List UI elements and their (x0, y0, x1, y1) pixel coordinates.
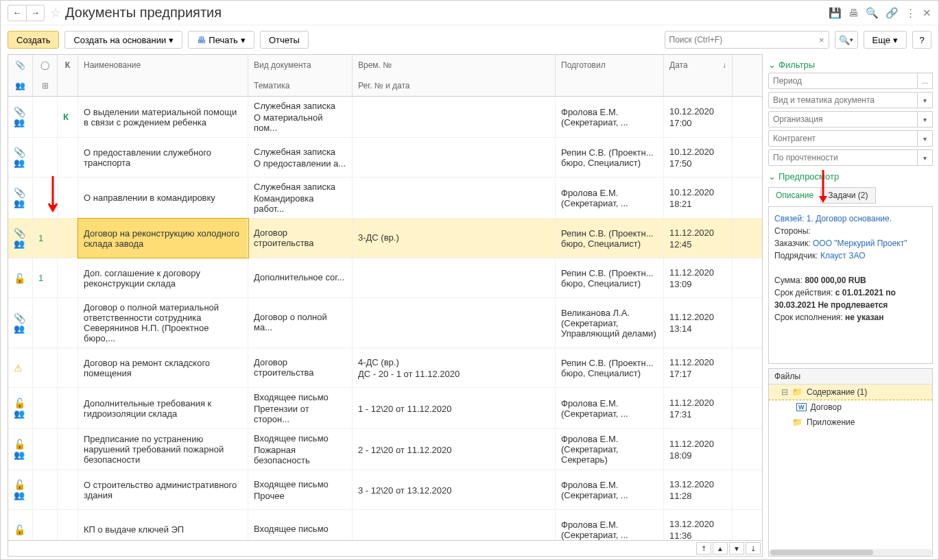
group-icon: 👥 (14, 117, 27, 127)
group-icon: 👥 (14, 198, 27, 208)
table-row[interactable]: 🔓👥Дополнительные требования к гидроизоля… (8, 388, 762, 429)
filter-kind-dd[interactable]: ▾ (918, 92, 933, 108)
search-dropdown-button[interactable]: 🔍 ▾ (835, 31, 858, 49)
filter-contr[interactable] (768, 130, 918, 147)
side-panel: ⌄Фильтры ... ▾ ▾ ▾ ▾ ⌄Предпросмотр Описа… (765, 54, 938, 559)
reports-button[interactable]: Отчеты (260, 31, 309, 49)
col-topic[interactable]: Тематика (248, 75, 353, 96)
tab-tasks[interactable]: Задачи (2) (821, 187, 875, 204)
search-clear-icon[interactable]: × (815, 35, 829, 45)
lock-icon: 🔓 (14, 524, 27, 535)
filter-org[interactable] (768, 111, 918, 127)
files-panel: Файлы ⊟📁Содержание (1) WДоговор 📁Приложе… (768, 368, 933, 557)
preview-links[interactable]: Связей: 1. Договор основание. (774, 214, 892, 223)
table-row[interactable]: 🔓👥Предписание по устранению нарушений тр… (8, 429, 762, 470)
group-icon: 👥 (14, 324, 27, 334)
help-button[interactable]: ? (912, 31, 931, 49)
clip-icon: 📎 (14, 147, 27, 158)
filter-read[interactable] (768, 149, 918, 166)
files-header: Файлы (769, 369, 932, 385)
col-author[interactable]: Подготовил (556, 55, 664, 75)
clip-icon: 📎 (14, 187, 27, 198)
table-row[interactable]: 🔓1Доп. соглашение к договору реконструкц… (8, 258, 762, 298)
table-row[interactable]: ⚠Договор на ремонт складского помещенияД… (8, 348, 762, 388)
clip-icon: 📎 (14, 313, 27, 324)
page-up-button[interactable]: ▲ (713, 542, 728, 555)
table-row[interactable]: 📎👥1Договор на реконструкцию холодного ск… (8, 219, 762, 258)
col-attach-icon[interactable]: 📎 (8, 55, 33, 75)
toolbar: Создать Создать на основании ▾ 🖶 Печать … (1, 25, 938, 54)
filter-kind[interactable] (768, 92, 918, 108)
table-row[interactable]: 🔓КП о выдаче ключей ЭПВходящее письмоФро… (8, 510, 762, 540)
save-icon[interactable]: 💾 (829, 7, 842, 19)
print-button[interactable]: 🖶 Печать ▾ (188, 31, 254, 49)
group-icon: 👥 (14, 409, 27, 419)
file-folder-content[interactable]: ⊟📁Содержание (1) (769, 385, 932, 400)
lock-icon: 🔓 (14, 439, 27, 450)
more-button[interactable]: Еще ▾ (864, 31, 907, 49)
filters-toggle[interactable]: ⌄Фильтры (768, 57, 933, 73)
documents-grid: 📎 ◯ К Наименование Вид документа Врем. №… (8, 54, 763, 557)
group-icon: 👥 (14, 490, 27, 500)
grid-body[interactable]: 📎👥КО выделении материальной помощи в свя… (8, 97, 762, 540)
grid-header: 📎 ◯ К Наименование Вид документа Врем. №… (8, 55, 762, 97)
preview-contractor[interactable]: Клауст ЗАО (820, 251, 866, 260)
group-icon: 👥 (14, 239, 27, 249)
create-based-button[interactable]: Создать на основании ▾ (64, 31, 182, 49)
favorite-icon[interactable]: ☆ (50, 5, 61, 21)
file-folder-attach[interactable]: 📁Приложение (769, 415, 932, 430)
preview-panel: Связей: 1. Договор основание. Стороны: З… (768, 206, 933, 364)
filter-period[interactable] (768, 73, 918, 89)
tab-description[interactable]: Описание (768, 187, 821, 204)
grid-pager: ⤒ ▲ ▼ ⤓ (8, 540, 762, 556)
group-icon: 👥 (14, 158, 27, 168)
table-row[interactable]: 📎👥О предоставлении служебного транспорта… (8, 138, 762, 178)
lock-icon: 🔓 (14, 479, 27, 490)
word-doc-icon: W (796, 403, 807, 411)
page-first-button[interactable]: ⤒ (696, 542, 711, 555)
warn-icon: ⚠ (14, 363, 27, 374)
preview-icon[interactable]: 🔍 (866, 7, 879, 19)
search-input[interactable] (665, 35, 815, 45)
col-date[interactable]: Дата↓ (664, 55, 733, 75)
col-group-icon[interactable]: 👥 (8, 75, 33, 96)
titlebar: ← → ☆ Документы предприятия 💾 🖶 🔍 🔗 ⋮ ✕ (1, 1, 938, 25)
nav-buttons: ← → (8, 5, 45, 21)
col-k[interactable]: К (58, 55, 78, 75)
col-doctype[interactable]: Вид документа (248, 55, 353, 75)
col-tempnum[interactable]: Врем. № (353, 55, 556, 75)
page-down-button[interactable]: ▼ (729, 542, 744, 555)
filter-read-dd[interactable]: ▾ (918, 149, 933, 166)
folder-icon: 📁 (792, 417, 803, 427)
search-box[interactable]: × (665, 31, 829, 49)
filter-contr-dd[interactable]: ▾ (918, 130, 933, 147)
lock-icon: 🔓 (14, 398, 27, 409)
link-icon[interactable]: 🔗 (885, 7, 899, 19)
col-name[interactable]: Наименование (78, 55, 248, 75)
page-last-button[interactable]: ⤓ (746, 542, 761, 555)
table-row[interactable]: 🔓👥О строительство административного здан… (8, 470, 762, 510)
forward-button[interactable]: → (26, 5, 44, 21)
kebab-icon[interactable]: ⋮ (905, 7, 916, 19)
file-contract[interactable]: WДоговор (769, 400, 932, 415)
group-icon: 👥 (14, 450, 27, 460)
col-status-icon[interactable]: ◯ (33, 55, 58, 75)
clip-icon: 📎 (14, 228, 27, 239)
col-regnum[interactable]: Рег. № и дата (353, 75, 556, 96)
preview-toggle[interactable]: ⌄Предпросмотр (768, 169, 933, 184)
col-tree-icon[interactable]: ⊞ (33, 75, 58, 96)
preview-customer[interactable]: ООО "Меркурий Проект" (813, 239, 907, 248)
page-title: Документы предприятия (65, 5, 829, 21)
preview-tabs: Описание Задачи (2) (768, 187, 933, 204)
files-scrollbar[interactable] (769, 549, 932, 556)
table-row[interactable]: 📎👥О направлении в командировкуСлужебная … (8, 178, 762, 219)
close-icon[interactable]: ✕ (923, 7, 931, 19)
lock-icon: 🔓 (14, 273, 27, 284)
table-row[interactable]: 📎👥КО выделении материальной помощи в свя… (8, 97, 762, 138)
print-icon[interactable]: 🖶 (848, 7, 859, 19)
filter-period-btn[interactable]: ... (918, 73, 933, 89)
back-button[interactable]: ← (8, 5, 26, 21)
filter-org-dd[interactable]: ▾ (918, 111, 933, 127)
create-button[interactable]: Создать (8, 31, 59, 49)
table-row[interactable]: 📎👥Договор о полной материальной ответств… (8, 298, 762, 348)
